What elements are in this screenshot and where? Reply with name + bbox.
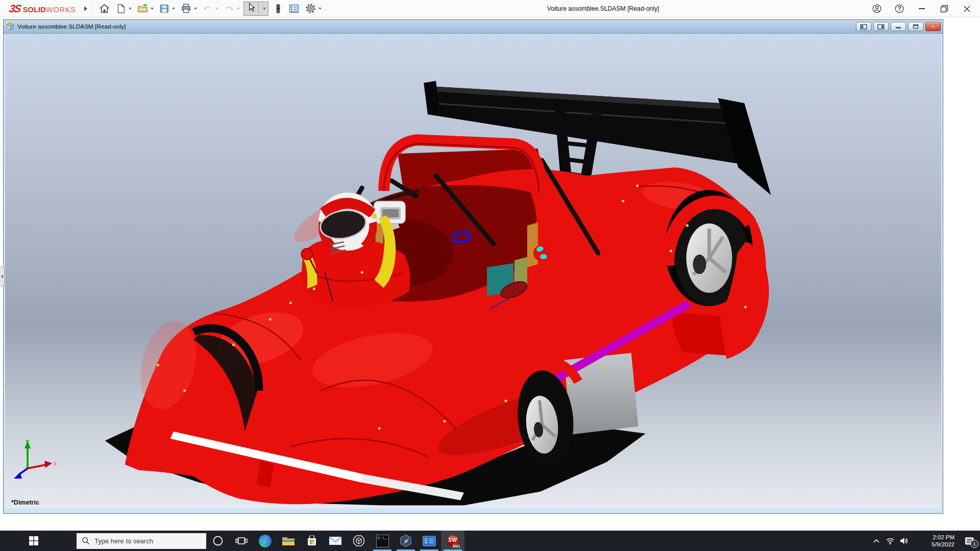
screen: 3S SOLID WORKS (0, 0, 980, 551)
solidworks-2021-icon: SW 2021 (445, 533, 460, 548)
toolbar-divider (92, 3, 93, 14)
start-button[interactable] (21, 531, 46, 551)
mail-button[interactable] (324, 531, 347, 551)
chevron-up-icon (872, 538, 880, 544)
y-axis-label: Y (26, 439, 30, 445)
chevron-down-icon[interactable] (129, 8, 132, 10)
clock-time: 2:02 PM (914, 534, 954, 541)
solidworks-logo-mark: 3S (8, 3, 21, 15)
network-button[interactable] (883, 531, 897, 551)
document-title: Voiture assomblee.SLDASM [Read-only] (17, 23, 126, 30)
help-button[interactable]: ? (894, 4, 904, 14)
open-button[interactable] (135, 2, 155, 16)
document-window-controls (856, 22, 941, 31)
car-model[interactable] (5, 34, 941, 508)
cortana-button[interactable] (206, 531, 230, 551)
volume-button[interactable] (897, 531, 911, 551)
redo-icon (224, 3, 235, 14)
media-app-button[interactable] (418, 531, 441, 551)
clock-date: 5/9/2022 (914, 541, 954, 548)
save-icon (159, 3, 170, 14)
media-app-icon (423, 536, 436, 546)
right-pane-icon (877, 24, 885, 30)
minimize-button[interactable] (917, 4, 927, 14)
restore-down-icon (913, 24, 919, 29)
task-pane-button[interactable] (287, 2, 301, 16)
cortana-icon (212, 535, 224, 546)
select-tool-dropdown[interactable] (258, 2, 268, 15)
left-pane-icon (860, 24, 867, 30)
chevron-down-icon[interactable] (194, 8, 197, 10)
document-titlebar[interactable]: Voiture assomblee.SLDASM [Read-only] (4, 20, 943, 34)
doc-close-button[interactable] (925, 22, 941, 31)
driver-helmet (318, 192, 377, 253)
select-tool-button[interactable] (243, 2, 268, 16)
close-button[interactable] (962, 4, 972, 14)
restore-icon (940, 5, 948, 13)
view-orientation-label: *Dimetric (11, 499, 39, 506)
quick-access-toolbar (97, 0, 325, 17)
account-icon (872, 3, 882, 14)
print-button[interactable] (179, 2, 199, 16)
taskbar-search[interactable] (77, 533, 206, 549)
3d-viewer-button[interactable] (347, 531, 371, 551)
command-prompt-icon: C:\_ (376, 535, 389, 547)
action-center-button[interactable]: 1 (959, 531, 980, 551)
document-window: Voiture assomblee.SLDASM [Read-only] (3, 19, 943, 514)
options-button[interactable] (303, 2, 323, 16)
chevron-down-icon[interactable] (237, 8, 240, 10)
new-document-button[interactable] (114, 2, 133, 16)
edge-icon (259, 535, 272, 547)
command-prompt-button[interactable]: C:\_ (371, 531, 394, 551)
solidworks-taskbar-button[interactable]: SW 2021 (441, 531, 464, 551)
search-input[interactable] (94, 537, 197, 545)
wifi-icon (886, 537, 895, 545)
assembly-document-icon (6, 22, 14, 31)
close-icon (963, 5, 971, 13)
x-axis-label: X (53, 461, 57, 467)
select-cursor-icon (246, 3, 256, 13)
chevron-down-icon[interactable] (172, 8, 175, 10)
task-view-icon (235, 536, 248, 546)
mail-icon (329, 536, 342, 546)
file-explorer-button[interactable] (277, 531, 300, 551)
save-button[interactable] (157, 2, 177, 16)
window-controls: ? (872, 0, 972, 17)
app-title: Voiture assomblee.SLDASM [Read-only] (547, 0, 659, 17)
taskbar-clock[interactable]: 2:02 PM 5/9/2022 (914, 534, 954, 548)
file-explorer-icon (282, 535, 295, 546)
account-button[interactable] (872, 4, 882, 14)
print-icon (180, 3, 192, 14)
hexagon-app-button[interactable] (394, 531, 418, 551)
show-left-pane-button[interactable] (856, 22, 871, 31)
task-pane-icon (288, 3, 300, 14)
task-view-button[interactable] (230, 531, 253, 551)
edge-button[interactable] (253, 531, 277, 551)
app-titlebar: 3S SOLID WORKS (0, 0, 980, 17)
doc-restore-button[interactable] (908, 22, 923, 31)
menu-expand-icon[interactable] (84, 6, 87, 11)
chevron-down-icon[interactable] (318, 8, 322, 10)
show-right-pane-button[interactable] (873, 22, 889, 31)
microsoft-store-icon (306, 535, 317, 546)
restore-button[interactable] (939, 4, 949, 14)
chevron-down-icon[interactable] (215, 8, 218, 10)
view-indicators-button[interactable] (272, 2, 285, 16)
search-icon (82, 537, 90, 545)
home-button[interactable] (97, 2, 112, 16)
graphics-viewport[interactable]: Y X *Dimetric (5, 34, 941, 508)
microsoft-store-button[interactable] (300, 531, 324, 551)
app-client-area: Voiture assomblee.SLDASM [Read-only] (0, 18, 980, 531)
hexagon-app-icon (399, 534, 412, 547)
open-icon (137, 3, 149, 14)
minimize-icon (895, 24, 901, 29)
home-icon (99, 3, 110, 14)
chevron-down-icon[interactable] (151, 8, 154, 10)
notification-count-badge: 1 (970, 540, 978, 548)
new-document-icon (115, 3, 127, 14)
undo-button[interactable] (201, 2, 220, 16)
featuremanager-collapse-tab[interactable] (0, 267, 5, 286)
redo-button[interactable] (222, 2, 241, 16)
tray-overflow-button[interactable] (869, 531, 883, 551)
doc-minimize-button[interactable] (891, 22, 906, 31)
